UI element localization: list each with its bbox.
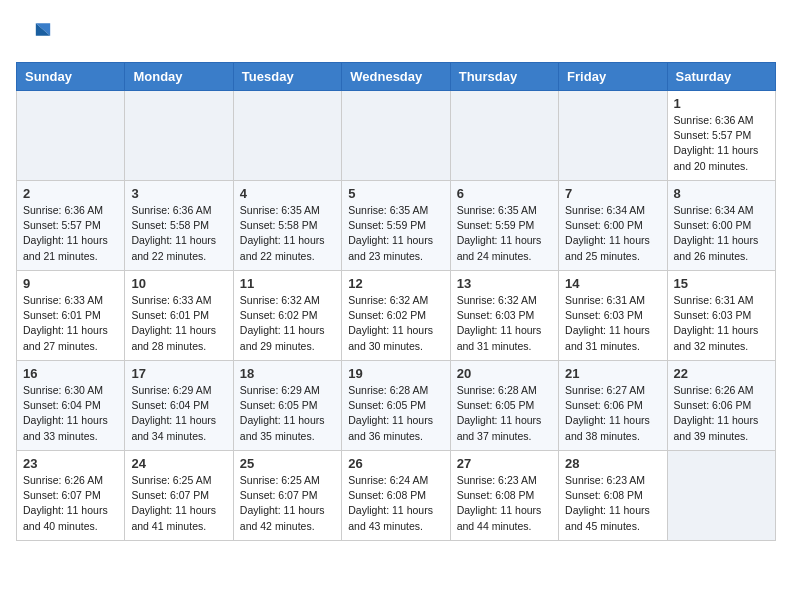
calendar-cell: 23Sunrise: 6:26 AM Sunset: 6:07 PM Dayli…: [17, 451, 125, 541]
calendar-cell: 28Sunrise: 6:23 AM Sunset: 6:08 PM Dayli…: [559, 451, 667, 541]
day-info: Sunrise: 6:26 AM Sunset: 6:06 PM Dayligh…: [674, 383, 769, 444]
day-info: Sunrise: 6:32 AM Sunset: 6:03 PM Dayligh…: [457, 293, 552, 354]
calendar-cell: 7Sunrise: 6:34 AM Sunset: 6:00 PM Daylig…: [559, 181, 667, 271]
calendar-cell: 19Sunrise: 6:28 AM Sunset: 6:05 PM Dayli…: [342, 361, 450, 451]
calendar-week-row: 9Sunrise: 6:33 AM Sunset: 6:01 PM Daylig…: [17, 271, 776, 361]
day-info: Sunrise: 6:23 AM Sunset: 6:08 PM Dayligh…: [457, 473, 552, 534]
day-number: 25: [240, 456, 335, 471]
day-info: Sunrise: 6:29 AM Sunset: 6:05 PM Dayligh…: [240, 383, 335, 444]
calendar-cell: 18Sunrise: 6:29 AM Sunset: 6:05 PM Dayli…: [233, 361, 341, 451]
day-of-week-header: Saturday: [667, 63, 775, 91]
calendar-header-row: SundayMondayTuesdayWednesdayThursdayFrid…: [17, 63, 776, 91]
day-info: Sunrise: 6:31 AM Sunset: 6:03 PM Dayligh…: [674, 293, 769, 354]
day-number: 7: [565, 186, 660, 201]
calendar-cell: 22Sunrise: 6:26 AM Sunset: 6:06 PM Dayli…: [667, 361, 775, 451]
day-info: Sunrise: 6:26 AM Sunset: 6:07 PM Dayligh…: [23, 473, 118, 534]
calendar-cell: 21Sunrise: 6:27 AM Sunset: 6:06 PM Dayli…: [559, 361, 667, 451]
day-info: Sunrise: 6:28 AM Sunset: 6:05 PM Dayligh…: [348, 383, 443, 444]
day-info: Sunrise: 6:34 AM Sunset: 6:00 PM Dayligh…: [565, 203, 660, 264]
day-info: Sunrise: 6:25 AM Sunset: 6:07 PM Dayligh…: [240, 473, 335, 534]
day-info: Sunrise: 6:32 AM Sunset: 6:02 PM Dayligh…: [348, 293, 443, 354]
logo: [16, 16, 58, 52]
calendar-cell: 2Sunrise: 6:36 AM Sunset: 5:57 PM Daylig…: [17, 181, 125, 271]
day-number: 21: [565, 366, 660, 381]
day-number: 27: [457, 456, 552, 471]
calendar-cell: 27Sunrise: 6:23 AM Sunset: 6:08 PM Dayli…: [450, 451, 558, 541]
calendar-cell: 14Sunrise: 6:31 AM Sunset: 6:03 PM Dayli…: [559, 271, 667, 361]
day-number: 1: [674, 96, 769, 111]
day-number: 26: [348, 456, 443, 471]
day-number: 15: [674, 276, 769, 291]
calendar-cell: [342, 91, 450, 181]
calendar-table: SundayMondayTuesdayWednesdayThursdayFrid…: [16, 62, 776, 541]
day-number: 18: [240, 366, 335, 381]
calendar-cell: 11Sunrise: 6:32 AM Sunset: 6:02 PM Dayli…: [233, 271, 341, 361]
calendar-cell: 1Sunrise: 6:36 AM Sunset: 5:57 PM Daylig…: [667, 91, 775, 181]
calendar-cell: [450, 91, 558, 181]
calendar-cell: 4Sunrise: 6:35 AM Sunset: 5:58 PM Daylig…: [233, 181, 341, 271]
calendar-cell: 12Sunrise: 6:32 AM Sunset: 6:02 PM Dayli…: [342, 271, 450, 361]
day-number: 17: [131, 366, 226, 381]
day-number: 16: [23, 366, 118, 381]
day-number: 2: [23, 186, 118, 201]
day-info: Sunrise: 6:30 AM Sunset: 6:04 PM Dayligh…: [23, 383, 118, 444]
calendar-week-row: 1Sunrise: 6:36 AM Sunset: 5:57 PM Daylig…: [17, 91, 776, 181]
day-info: Sunrise: 6:36 AM Sunset: 5:57 PM Dayligh…: [23, 203, 118, 264]
day-info: Sunrise: 6:27 AM Sunset: 6:06 PM Dayligh…: [565, 383, 660, 444]
day-info: Sunrise: 6:36 AM Sunset: 5:58 PM Dayligh…: [131, 203, 226, 264]
day-info: Sunrise: 6:35 AM Sunset: 5:58 PM Dayligh…: [240, 203, 335, 264]
day-number: 24: [131, 456, 226, 471]
calendar-cell: [559, 91, 667, 181]
day-info: Sunrise: 6:24 AM Sunset: 6:08 PM Dayligh…: [348, 473, 443, 534]
calendar-cell: 20Sunrise: 6:28 AM Sunset: 6:05 PM Dayli…: [450, 361, 558, 451]
day-of-week-header: Wednesday: [342, 63, 450, 91]
day-info: Sunrise: 6:36 AM Sunset: 5:57 PM Dayligh…: [674, 113, 769, 174]
day-info: Sunrise: 6:33 AM Sunset: 6:01 PM Dayligh…: [23, 293, 118, 354]
day-info: Sunrise: 6:23 AM Sunset: 6:08 PM Dayligh…: [565, 473, 660, 534]
day-of-week-header: Friday: [559, 63, 667, 91]
day-of-week-header: Tuesday: [233, 63, 341, 91]
day-of-week-header: Thursday: [450, 63, 558, 91]
logo-icon: [16, 16, 52, 52]
day-number: 28: [565, 456, 660, 471]
day-number: 12: [348, 276, 443, 291]
calendar-cell: 10Sunrise: 6:33 AM Sunset: 6:01 PM Dayli…: [125, 271, 233, 361]
day-number: 22: [674, 366, 769, 381]
calendar-cell: 26Sunrise: 6:24 AM Sunset: 6:08 PM Dayli…: [342, 451, 450, 541]
day-number: 5: [348, 186, 443, 201]
calendar-cell: 6Sunrise: 6:35 AM Sunset: 5:59 PM Daylig…: [450, 181, 558, 271]
calendar-cell: 3Sunrise: 6:36 AM Sunset: 5:58 PM Daylig…: [125, 181, 233, 271]
day-info: Sunrise: 6:35 AM Sunset: 5:59 PM Dayligh…: [457, 203, 552, 264]
day-of-week-header: Monday: [125, 63, 233, 91]
calendar-week-row: 23Sunrise: 6:26 AM Sunset: 6:07 PM Dayli…: [17, 451, 776, 541]
day-number: 20: [457, 366, 552, 381]
calendar-cell: 24Sunrise: 6:25 AM Sunset: 6:07 PM Dayli…: [125, 451, 233, 541]
day-info: Sunrise: 6:32 AM Sunset: 6:02 PM Dayligh…: [240, 293, 335, 354]
calendar-cell: 16Sunrise: 6:30 AM Sunset: 6:04 PM Dayli…: [17, 361, 125, 451]
calendar-cell: 15Sunrise: 6:31 AM Sunset: 6:03 PM Dayli…: [667, 271, 775, 361]
day-of-week-header: Sunday: [17, 63, 125, 91]
day-number: 19: [348, 366, 443, 381]
calendar-cell: 13Sunrise: 6:32 AM Sunset: 6:03 PM Dayli…: [450, 271, 558, 361]
day-number: 9: [23, 276, 118, 291]
day-info: Sunrise: 6:28 AM Sunset: 6:05 PM Dayligh…: [457, 383, 552, 444]
day-number: 4: [240, 186, 335, 201]
day-number: 8: [674, 186, 769, 201]
calendar-week-row: 2Sunrise: 6:36 AM Sunset: 5:57 PM Daylig…: [17, 181, 776, 271]
calendar-cell: [125, 91, 233, 181]
calendar-cell: 9Sunrise: 6:33 AM Sunset: 6:01 PM Daylig…: [17, 271, 125, 361]
day-info: Sunrise: 6:25 AM Sunset: 6:07 PM Dayligh…: [131, 473, 226, 534]
calendar-cell: 25Sunrise: 6:25 AM Sunset: 6:07 PM Dayli…: [233, 451, 341, 541]
day-info: Sunrise: 6:35 AM Sunset: 5:59 PM Dayligh…: [348, 203, 443, 264]
day-number: 23: [23, 456, 118, 471]
day-info: Sunrise: 6:33 AM Sunset: 6:01 PM Dayligh…: [131, 293, 226, 354]
calendar-cell: [17, 91, 125, 181]
calendar-cell: 8Sunrise: 6:34 AM Sunset: 6:00 PM Daylig…: [667, 181, 775, 271]
calendar-cell: 5Sunrise: 6:35 AM Sunset: 5:59 PM Daylig…: [342, 181, 450, 271]
day-number: 6: [457, 186, 552, 201]
day-info: Sunrise: 6:29 AM Sunset: 6:04 PM Dayligh…: [131, 383, 226, 444]
calendar-cell: [233, 91, 341, 181]
day-info: Sunrise: 6:31 AM Sunset: 6:03 PM Dayligh…: [565, 293, 660, 354]
calendar-cell: [667, 451, 775, 541]
day-number: 10: [131, 276, 226, 291]
